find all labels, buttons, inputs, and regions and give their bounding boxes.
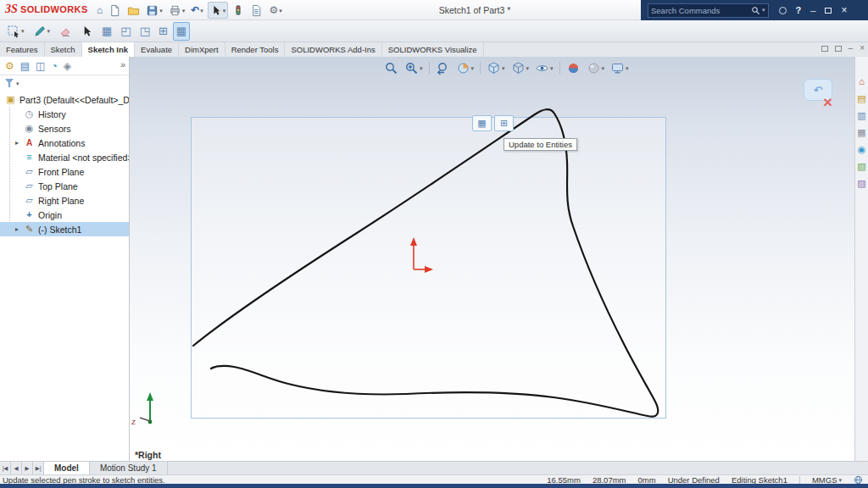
new-document-button[interactable]: [107, 3, 123, 19]
touch-icon: ▦: [102, 25, 112, 36]
view-orientation-button[interactable]: ▾: [487, 61, 505, 75]
dismiss-gesture-icon[interactable]: ×: [823, 94, 832, 110]
previous-view-button[interactable]: [436, 61, 450, 75]
apply-scene-button[interactable]: ▾: [587, 61, 605, 75]
decals-icon[interactable]: ▧: [857, 162, 865, 171]
origin-icon: +: [24, 210, 35, 219]
featuremanager-tab-icon[interactable]: ⚙: [5, 61, 14, 71]
undock-icon[interactable]: [821, 46, 828, 52]
close-button[interactable]: ×: [841, 4, 847, 16]
tree-item-right-plane[interactable]: ▱ Right Plane: [10, 193, 129, 208]
previous-tab-button[interactable]: ◀: [11, 462, 22, 474]
first-tab-button[interactable]: |◀: [0, 462, 11, 474]
tab-sketch[interactable]: Sketch: [45, 42, 82, 57]
motion-study-tab[interactable]: Motion Study 1: [90, 462, 168, 474]
view-palette-icon[interactable]: ▦: [857, 128, 865, 137]
eraser-tool[interactable]: [55, 22, 75, 41]
home-button[interactable]: ⌂: [95, 3, 104, 17]
chevron-down-icon[interactable]: ▾: [762, 7, 765, 14]
appearances-icon[interactable]: ◉: [858, 145, 866, 154]
view-settings-button[interactable]: ▾: [610, 61, 629, 75]
pin-icon[interactable]: [835, 46, 842, 52]
help-button[interactable]: ?: [796, 5, 802, 15]
tree-item-material[interactable]: ≡ Material <not specified>: [10, 150, 129, 164]
options-button[interactable]: ⚙ ▾: [267, 3, 283, 17]
auto-shape-tool[interactable]: ◰: [117, 22, 134, 41]
ds-logo-icon: ЗS: [5, 3, 18, 16]
collapse-icon[interactable]: –: [849, 44, 854, 53]
graphics-area[interactable]: Z ▾ ▾: [130, 57, 854, 461]
plane-icon: ▱: [24, 167, 35, 176]
update-entities-tool[interactable]: ▦: [173, 22, 190, 41]
expand-arrow-icon[interactable]: ▸: [14, 225, 20, 233]
tab-sketch-ink[interactable]: Sketch Ink: [82, 42, 136, 57]
section-view-button[interactable]: ▾: [456, 61, 475, 75]
convert-strokes-tool[interactable]: ⊞: [155, 22, 171, 41]
file-properties-button[interactable]: [248, 3, 264, 19]
toolbar-separator: [480, 62, 481, 74]
zoom-area-icon: [404, 61, 419, 75]
search-input[interactable]: [651, 6, 751, 15]
gear-icon: ⚙: [269, 5, 278, 15]
configurationmanager-tab-icon[interactable]: ◫: [36, 61, 45, 71]
print-button[interactable]: ▾: [167, 3, 187, 19]
edit-appearance-button[interactable]: [566, 61, 581, 75]
search-commands-box[interactable]: ▾: [648, 3, 769, 18]
select-arrow-tool[interactable]: [77, 22, 97, 41]
tree-item-front-plane[interactable]: ▱ Front Plane: [10, 164, 129, 179]
show-strokes-tool[interactable]: ◳: [136, 22, 153, 41]
display-style-button[interactable]: ▾: [511, 61, 530, 75]
tree-item-part[interactable]: ▣ Part3 (Default<<Default>_Dis: [0, 92, 129, 107]
tab-solidworks-add-ins[interactable]: SOLIDWORKS Add-Ins: [285, 42, 381, 57]
custom-properties-icon[interactable]: ▨: [857, 179, 865, 188]
restore-button[interactable]: [825, 8, 832, 14]
save-button[interactable]: ▾: [144, 3, 164, 19]
cursor-arrow-icon: [81, 25, 93, 37]
tree-item-sketch1[interactable]: ▸ ✎ (-) Sketch1: [0, 222, 129, 236]
tree-item-origin[interactable]: + Origin: [10, 208, 129, 222]
displaymanager-tab-icon[interactable]: ◔: [51, 61, 57, 71]
part-icon: ▣: [5, 95, 16, 104]
dimxpertmanager-tab-icon[interactable]: ◈: [64, 61, 71, 71]
tree-item-annotations[interactable]: ▸ A Annotations: [10, 136, 129, 150]
tree-item-top-plane[interactable]: ▱ Top Plane: [10, 179, 129, 193]
tree-item-sensors[interactable]: ◉ Sensors: [10, 121, 129, 136]
propertymanager-tab-icon[interactable]: ▤: [20, 61, 30, 71]
window-edge: [0, 484, 868, 488]
panel-chevrons-icon[interactable]: »: [120, 59, 125, 69]
resources-home-icon[interactable]: ⌂: [859, 77, 865, 86]
zoom-area-button[interactable]: ▾: [404, 61, 423, 75]
last-tab-button[interactable]: ▶|: [33, 462, 44, 474]
quick-access-toolbar: ⌂ ▾ ▾ ↶ ▾ ▾: [95, 2, 284, 19]
touch-tool[interactable]: ▦: [98, 22, 115, 41]
search-icon: [751, 6, 760, 15]
minimize-button[interactable]: –: [810, 5, 815, 15]
commandmanager-tab-row: Features Sketch Sketch Ink Evaluate DimX…: [0, 42, 868, 57]
file-explorer-icon[interactable]: ▥: [857, 111, 865, 120]
user-login-icon[interactable]: [779, 7, 787, 14]
tab-solidworks-visualize[interactable]: SOLIDWORKS Visualize: [382, 42, 484, 57]
model-tab[interactable]: Model: [44, 462, 90, 474]
rebuild-button[interactable]: [231, 3, 246, 18]
next-tab-button[interactable]: ▶: [22, 462, 33, 474]
expand-arrow-icon[interactable]: ▸: [14, 139, 20, 147]
undo-button[interactable]: ↶ ▾: [189, 3, 205, 17]
design-library-icon[interactable]: ▤: [857, 94, 865, 103]
update-to-entities-button[interactable]: ▦: [472, 115, 492, 131]
filter-funnel-icon[interactable]: [5, 79, 14, 87]
update-to-entities-options-button[interactable]: ⊞: [494, 115, 514, 131]
tab-dimxpert[interactable]: DimXpert: [179, 42, 225, 57]
open-button[interactable]: [125, 3, 142, 19]
lasso-select-tool[interactable]: ▾: [3, 22, 28, 41]
tab-evaluate[interactable]: Evaluate: [135, 42, 179, 57]
gesture-undo-icon: ↶: [814, 84, 823, 97]
chevron-down-icon[interactable]: ▾: [16, 80, 19, 86]
close-panel-icon[interactable]: ×: [860, 44, 865, 53]
tree-item-history[interactable]: ◷ History: [10, 107, 129, 121]
tab-features[interactable]: Features: [0, 42, 45, 57]
select-button[interactable]: ▾: [208, 2, 229, 19]
hide-show-items-button[interactable]: ▾: [535, 61, 554, 75]
ink-pen-tool[interactable]: ▾: [30, 22, 54, 41]
zoom-fit-button[interactable]: [384, 61, 398, 75]
tab-render-tools[interactable]: Render Tools: [225, 42, 286, 57]
